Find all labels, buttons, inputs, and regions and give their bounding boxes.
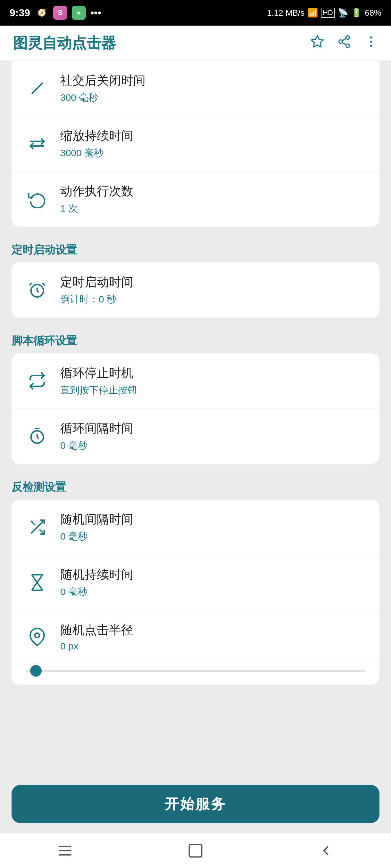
row-title: 社交后关闭时间 [60,72,145,89]
list-item[interactable]: 定时启动时间 倒计时：0 秒 [11,262,380,317]
wifi-icon: 📡 [338,8,348,18]
random-interval-title: 随机间隔时间 [60,511,133,527]
time-display: 9:39 [9,7,30,19]
row-text: 随机间隔时间 0 毫秒 [60,511,133,543]
svg-point-2 [339,40,343,43]
svg-line-19 [31,521,35,525]
svg-point-1 [346,35,350,39]
scheduled-start-value: 倒计时：0 秒 [60,293,133,306]
svg-point-6 [370,36,372,38]
zoom-duration-value: 3000 毫秒 [60,147,133,160]
loop-stop-title: 循环停止时机 [60,365,137,381]
svg-line-14 [43,283,45,285]
status-bar-left: 9:39 🧭 S ● ••• [9,6,101,20]
loop-stop-value: 直到按下停止按钮 [60,384,137,397]
pin-icon [26,625,49,648]
scheduled-section-label: 定时启动设置 [0,233,391,262]
loop-icon [26,369,49,393]
nav-bar [0,833,391,868]
soul-icon: S [53,6,67,20]
loop-card: 循环停止时机 直到按下停止按钮 循环间隔时间 0 毫秒 [11,353,380,464]
row-text: 循环停止时机 直到按下停止按钮 [60,365,137,397]
battery-icon: 🔋 [351,8,362,18]
network-speed: 1.12 MB/s [267,8,304,18]
svg-line-18 [39,529,44,534]
green-app-icon: ● [72,6,86,20]
refresh-icon [26,188,49,211]
battery-percent: 68% [365,8,381,18]
anti-detect-card: 随机间隔时间 0 毫秒 随机持续时间 0 毫秒 [11,500,380,685]
action-count-title: 动作执行次数 [60,183,133,199]
list-item[interactable]: 随机间隔时间 0 毫秒 [11,500,380,555]
anti-detect-section-label: 反检测设置 [0,470,391,500]
list-item[interactable]: 循环间隔时间 0 毫秒 [11,409,380,464]
svg-line-4 [342,42,346,44]
svg-point-3 [346,44,350,48]
slash-icon [26,77,49,100]
slider-track[interactable] [26,670,365,672]
partial-card: 社交后关闭时间 300 毫秒 缩放持续时间 3000 毫秒 [11,61,380,226]
action-count-value: 1 次 [60,202,133,215]
more-menu-icon[interactable] [364,35,378,52]
list-item[interactable]: 动作执行次数 1 次 [11,172,380,226]
header-actions [310,35,378,52]
row-value: 300 毫秒 [60,91,145,104]
row-text: 定时启动时间 倒计时：0 秒 [60,274,133,306]
clock-alarm-icon [26,278,49,302]
svg-rect-24 [189,844,202,857]
list-item[interactable]: 社交后关闭时间 300 毫秒 [11,61,380,116]
start-service-button[interactable]: 开始服务 [11,785,380,823]
loop-interval-value: 0 毫秒 [60,439,133,452]
scheduled-card: 定时启动时间 倒计时：0 秒 [11,262,380,317]
row-text: 循环间隔时间 0 毫秒 [60,420,133,452]
slider-container [11,663,380,685]
more-dots: ••• [90,7,101,19]
row-text: 随机持续时间 0 毫秒 [60,566,133,598]
row-text: 随机点击半径 0 px [60,622,133,652]
random-duration-title: 随机持续时间 [60,566,133,583]
signal-icon: 📶 [308,8,318,18]
shuffle-icon [26,516,49,539]
random-duration-value: 0 毫秒 [60,585,133,598]
status-bar: 9:39 🧭 S ● ••• 1.12 MB/s 📶 HD 📡 🔋 68% [0,0,391,26]
row-text: 社交后关闭时间 300 毫秒 [60,72,145,104]
random-radius-title: 随机点击半径 [60,622,133,638]
svg-point-7 [370,40,372,42]
scheduled-start-title: 定时启动时间 [60,274,133,290]
zoom-duration-title: 缩放持续时间 [60,128,133,144]
status-bar-right: 1.12 MB/s 📶 HD 📡 🔋 68% [267,8,381,18]
svg-line-13 [29,283,32,285]
loop-section-label: 脚本循环设置 [0,324,391,353]
random-radius-value: 0 px [60,641,133,652]
app-header: 图灵自动点击器 [0,26,391,61]
browser-icon: 🧭 [35,6,49,20]
row-text: 缩放持续时间 3000 毫秒 [60,128,133,160]
list-item[interactable]: 随机点击半径 0 px [11,610,380,663]
list-item[interactable]: 随机持续时间 0 毫秒 [11,555,380,610]
list-item[interactable]: 缩放持续时间 3000 毫秒 [11,116,380,172]
bottom-button-container: 开始服务 [0,778,391,833]
share-icon[interactable] [337,35,351,52]
svg-marker-0 [311,35,324,47]
hourglass-icon [26,571,49,594]
main-content: 社交后关闭时间 300 毫秒 缩放持续时间 3000 毫秒 [0,61,391,778]
list-item[interactable]: 循环停止时机 直到按下停止按钮 [11,353,380,409]
row-text: 动作执行次数 1 次 [60,183,133,215]
random-interval-value: 0 毫秒 [60,530,133,543]
arrows-swap-icon [26,132,49,155]
svg-line-9 [32,83,43,94]
svg-point-20 [35,633,40,638]
nav-menu-icon[interactable] [52,838,78,864]
star-icon[interactable] [310,35,324,52]
nav-back-icon[interactable] [313,838,339,864]
clock-timer-icon [26,425,49,448]
app-title: 图灵自动点击器 [13,33,116,53]
slider-thumb[interactable] [30,665,42,677]
hd-badge: HD [321,8,335,18]
svg-point-8 [370,44,372,47]
svg-line-5 [342,38,346,40]
loop-interval-title: 循环间隔时间 [60,420,133,437]
nav-home-icon[interactable] [183,838,208,864]
